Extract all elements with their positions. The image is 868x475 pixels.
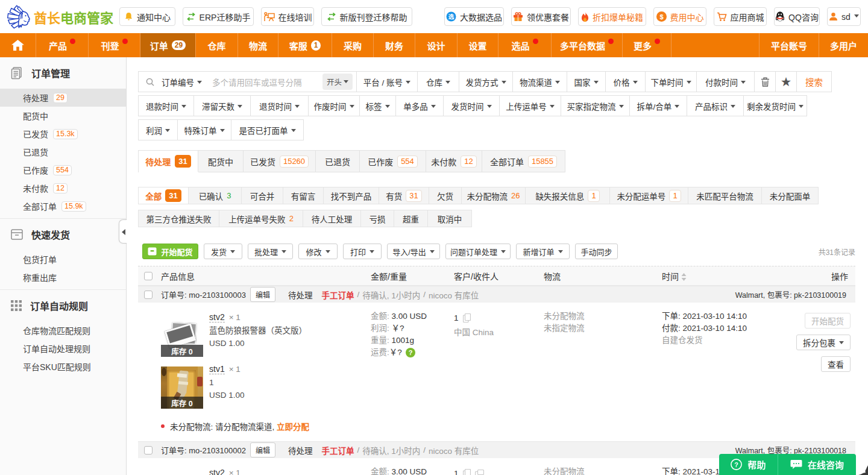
svg-text:$: $ [659,13,663,20]
svg-text:选: 选 [448,13,454,20]
svg-text:?: ? [735,461,739,468]
svg-text:?: ? [408,349,412,356]
